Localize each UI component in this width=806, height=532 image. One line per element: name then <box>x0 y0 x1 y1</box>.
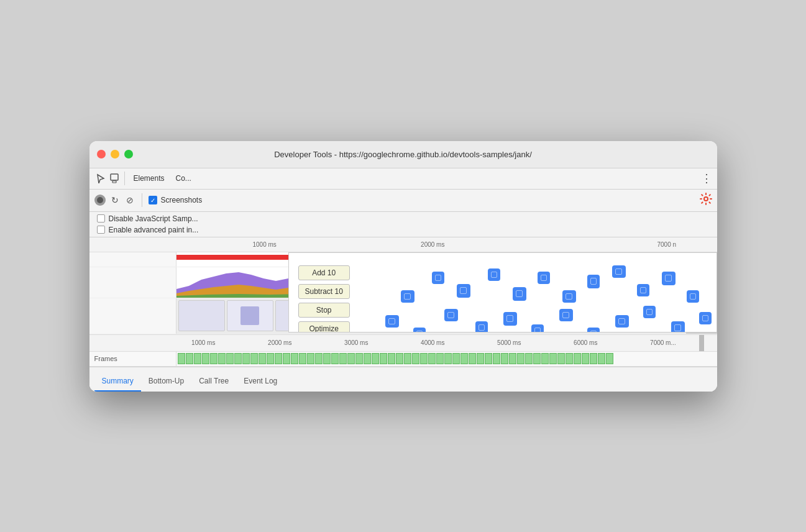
frame-bar <box>299 353 306 364</box>
frame-bar <box>194 353 201 364</box>
cpu-label-strip <box>89 267 176 298</box>
maximize-button[interactable] <box>124 150 133 158</box>
frame-bar <box>533 353 541 364</box>
disable-js-checkbox[interactable] <box>97 214 105 222</box>
frames-label: Frames <box>89 352 176 366</box>
reload-button[interactable]: ↻ <box>109 195 121 206</box>
frame-bar <box>460 353 468 364</box>
perf-toolbar: ↻ ⊘ ✓ Screenshots <box>89 190 717 212</box>
blue-square <box>587 275 600 288</box>
tab-elements[interactable]: Elements <box>129 172 170 185</box>
device-icon[interactable] <box>108 172 121 185</box>
close-button[interactable] <box>97 150 106 158</box>
inspect-icon[interactable] <box>94 172 107 185</box>
blue-square <box>385 315 399 328</box>
frame-bar <box>226 353 234 364</box>
frame-bar <box>404 353 411 364</box>
frame-bar <box>202 353 209 364</box>
frame-bar <box>242 353 250 364</box>
btick-5000: 5000 ms <box>497 339 521 346</box>
advanced-paint-checkbox[interactable] <box>97 226 105 234</box>
frame-bar <box>355 353 363 364</box>
more-tabs-button[interactable]: ⋮ <box>701 172 712 185</box>
frame-bar <box>372 353 379 364</box>
screenshots-label: Screenshots <box>161 196 203 204</box>
frame-bar <box>606 353 613 364</box>
stop-button[interactable]: Stop <box>298 303 350 318</box>
frame-bar <box>210 353 218 364</box>
blue-squares-canvas <box>289 253 717 332</box>
svg-rect-0 <box>111 174 118 180</box>
blue-square <box>513 287 526 301</box>
tab-bottom-up[interactable]: Bottom-Up <box>141 372 191 392</box>
blue-square <box>687 290 699 303</box>
time-ruler-bottom: 1000 ms 2000 ms 3000 ms 4000 ms 5000 ms … <box>89 334 717 352</box>
frames-row: Frames <box>89 352 717 367</box>
frame-bar <box>218 353 226 364</box>
blue-square <box>413 328 426 332</box>
blue-square <box>444 309 458 321</box>
frame-bar <box>493 353 500 364</box>
frame-bar <box>420 353 428 364</box>
frame-bar <box>396 353 403 364</box>
fps-label-strip <box>89 252 176 267</box>
btick-7000: 7000 m... <box>650 339 676 346</box>
tab-event-log[interactable]: Event Log <box>236 372 285 392</box>
traffic-lights <box>97 150 133 158</box>
svg-point-2 <box>704 197 708 201</box>
record-button[interactable] <box>94 195 106 206</box>
tick-2000: 2000 ms <box>421 241 444 248</box>
disable-js-label: Disable JavaScript Samp... <box>109 214 198 223</box>
blue-square <box>457 284 470 298</box>
frame-bar <box>485 353 492 364</box>
blue-square <box>503 312 517 326</box>
frame-bar <box>469 353 476 364</box>
frame-bar <box>380 353 387 364</box>
clear-button[interactable]: ⊘ <box>124 195 135 206</box>
tab-summary[interactable]: Summary <box>94 372 141 392</box>
time-ruler-top: 1000 ms 2000 ms 7000 n <box>89 237 717 252</box>
blue-square <box>699 312 712 324</box>
blue-square <box>671 321 685 332</box>
ruler-ticks: 1000 ms 2000 ms <box>176 237 686 252</box>
scrollbar-thumb[interactable] <box>699 334 704 352</box>
window-title: Developer Tools - https://googlechrome.g… <box>274 150 532 159</box>
blue-square <box>643 306 656 318</box>
tab-call-tree[interactable]: Call Tree <box>191 372 236 392</box>
frame-bar <box>412 353 419 364</box>
blue-square <box>559 309 573 321</box>
frame-bar <box>590 353 597 364</box>
frame-bar <box>178 353 185 364</box>
advanced-paint-label: Enable advanced paint in... <box>109 226 199 234</box>
frame-bar <box>598 353 605 364</box>
option-advanced-paint: Enable advanced paint in... <box>97 226 710 234</box>
minimize-button[interactable] <box>111 150 119 158</box>
btick-2000: 2000 ms <box>268 339 291 346</box>
browser-window: Developer Tools - https://googlechrome.g… <box>89 141 717 392</box>
add-10-button[interactable]: Add 10 <box>298 265 350 280</box>
screenshots-checkbox[interactable]: ✓ <box>149 196 157 204</box>
frame-bar <box>509 353 516 364</box>
frame-bar <box>428 353 436 364</box>
frame-bar <box>331 353 339 364</box>
screenshot-thumb-2[interactable] <box>227 300 273 331</box>
settings-icon[interactable] <box>700 193 712 208</box>
tick-1000: 1000 ms <box>253 241 277 248</box>
frame-bar <box>323 353 331 364</box>
screenshot-thumb-1[interactable] <box>178 300 225 331</box>
frame-bar <box>557 353 565 364</box>
frame-bar <box>186 353 193 364</box>
subtract-10-button[interactable]: Subtract 10 <box>298 284 350 299</box>
blue-square <box>488 268 500 281</box>
optimize-button[interactable]: Optimize <box>298 321 350 332</box>
btick-3000: 3000 ms <box>344 339 368 346</box>
webpage-overlay: Add 10 Subtract 10 Stop Optimize Help ↙ <box>288 252 717 332</box>
frame-bar <box>388 353 395 364</box>
frames-bars <box>176 352 717 366</box>
tab-console[interactable]: Co... <box>171 172 196 185</box>
frame-bar <box>364 353 371 364</box>
option-disable-js: Disable JavaScript Samp... <box>97 214 710 223</box>
blue-square <box>612 265 626 278</box>
frame-bar <box>259 353 266 364</box>
frame-bar <box>525 353 533 364</box>
